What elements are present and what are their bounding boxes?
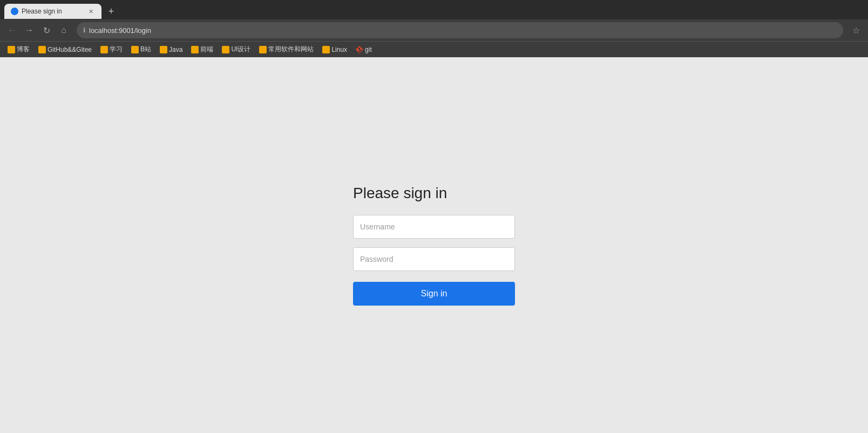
bookmark-folder-icon bbox=[100, 46, 108, 53]
nav-bar: ← → ↻ ⌂ ℹ localhost:9001/login ☆ bbox=[0, 19, 868, 41]
bookmark-label: UI设计 bbox=[231, 45, 250, 54]
security-icon: ℹ bbox=[83, 26, 86, 34]
tab-close-button[interactable]: ✕ bbox=[86, 7, 95, 16]
home-button[interactable]: ⌂ bbox=[56, 23, 71, 38]
bookmark-label: 学习 bbox=[110, 45, 123, 54]
bookmark-item-学习[interactable]: 学习 bbox=[97, 44, 126, 55]
login-container: Please sign in Sign in bbox=[353, 185, 515, 306]
bookmark-label: GitHub&&Gitee bbox=[48, 46, 92, 53]
bookmark-item-前端[interactable]: 前端 bbox=[188, 44, 216, 55]
bookmark-folder-icon bbox=[38, 46, 46, 53]
forward-button[interactable]: → bbox=[22, 23, 37, 38]
star-button[interactable]: ☆ bbox=[849, 23, 864, 38]
bookmark-folder-icon bbox=[222, 46, 229, 53]
bookmark-item-java[interactable]: Java bbox=[157, 45, 186, 55]
bookmark-label: 博客 bbox=[17, 45, 30, 54]
bookmark-folder-icon bbox=[8, 46, 15, 53]
url-text: localhost:9001/login bbox=[89, 26, 151, 35]
browser-chrome: Please sign in ✕ + ← → ↻ ⌂ ℹ localhost:9… bbox=[0, 0, 868, 57]
tab-favicon bbox=[11, 8, 18, 15]
bookmark-label: git bbox=[365, 46, 372, 53]
bookmark-folder-icon bbox=[131, 46, 139, 53]
bookmark-label: 常用软件和网站 bbox=[268, 45, 314, 54]
bookmark-item-博客[interactable]: 博客 bbox=[4, 44, 33, 55]
bookmark-folder-icon bbox=[191, 46, 199, 53]
bookmark-item-b站[interactable]: B站 bbox=[128, 44, 154, 55]
tab-title: Please sign in bbox=[22, 8, 83, 15]
bookmark-label: B站 bbox=[140, 45, 151, 54]
username-input[interactable] bbox=[353, 215, 515, 239]
password-input[interactable] bbox=[353, 247, 515, 271]
bookmark-folder-icon bbox=[259, 46, 267, 53]
sign-in-button[interactable]: Sign in bbox=[353, 282, 515, 306]
bookmark-item-git[interactable]: git bbox=[352, 45, 375, 55]
address-bar[interactable]: ℹ localhost:9001/login bbox=[77, 22, 843, 38]
bookmark-folder-icon bbox=[160, 46, 167, 53]
back-button[interactable]: ← bbox=[4, 23, 19, 38]
bookmark-item-ui[interactable]: UI设计 bbox=[219, 44, 254, 55]
bookmark-folder-icon bbox=[322, 46, 330, 53]
page-content: Please sign in Sign in bbox=[0, 57, 868, 433]
bookmarks-bar: 博客 GitHub&&Gitee 学习 B站 Java 前端 UI设计 常用软 bbox=[0, 41, 868, 57]
bookmark-label: Java bbox=[169, 46, 182, 53]
login-form: Sign in bbox=[353, 215, 515, 306]
bookmark-item-github[interactable]: GitHub&&Gitee bbox=[35, 45, 95, 55]
bookmark-item-软件[interactable]: 常用软件和网站 bbox=[256, 44, 317, 55]
bookmark-label: 前端 bbox=[200, 45, 213, 54]
new-tab-button[interactable]: + bbox=[104, 4, 119, 19]
login-title: Please sign in bbox=[353, 185, 447, 202]
refresh-button[interactable]: ↻ bbox=[39, 23, 54, 38]
bookmark-item-linux[interactable]: Linux bbox=[319, 45, 350, 55]
tab-bar: Please sign in ✕ + bbox=[0, 0, 868, 19]
bookmark-label: Linux bbox=[331, 46, 347, 53]
git-icon bbox=[356, 46, 363, 53]
active-tab[interactable]: Please sign in ✕ bbox=[4, 4, 101, 19]
